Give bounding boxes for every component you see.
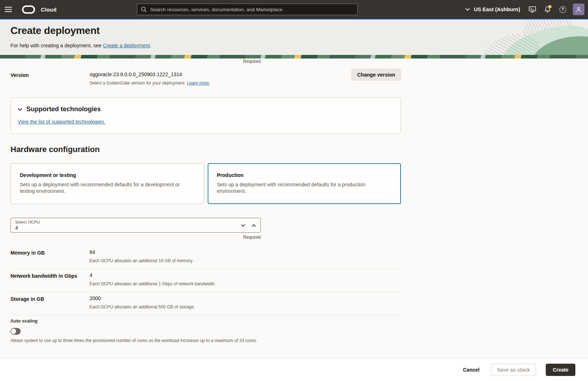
- version-row: Version oggoracle:23.9.0.0.0_250903.1222…: [10, 72, 401, 86]
- hardware-configuration-heading: Hardware configuration: [10, 145, 588, 154]
- version-label: Version: [10, 72, 90, 79]
- create-deployment-help-link[interactable]: Create a deployment: [103, 43, 150, 48]
- auto-scaling-section: Auto scaling Allows system to use up to …: [10, 319, 588, 343]
- top-navigation-bar: Cloud US East (Ashburn): [0, 0, 588, 20]
- ocpu-stepper[interactable]: Select OCPU 4: [10, 218, 261, 233]
- cloud-shell-icon[interactable]: [525, 2, 540, 17]
- page-help-text: For help with creating a deployment, see…: [10, 43, 151, 48]
- notification-badge: [548, 5, 552, 8]
- ocpu-required-hint: Required: [10, 235, 261, 240]
- decorative-banner: [0, 55, 588, 59]
- card-title: Development or testing: [20, 172, 195, 178]
- ocpu-increment-chevron-up-icon[interactable]: [251, 223, 257, 228]
- ocpu-field-label: Select OCPU: [15, 220, 256, 224]
- auto-scaling-label: Auto scaling: [10, 319, 588, 324]
- supported-technologies-title: Supported technologies: [26, 105, 101, 113]
- page-header: Create deployment For help with creating…: [0, 20, 588, 55]
- network-bandwidth-helper: Each OCPU allocates an additional 1 Gbps…: [90, 281, 401, 286]
- supported-technologies-toggle[interactable]: Supported technologies: [18, 105, 394, 113]
- hamburger-menu-icon[interactable]: [5, 7, 12, 12]
- notifications-bell-icon[interactable]: [540, 2, 555, 17]
- memory-value: 64: [90, 249, 401, 255]
- help-icon[interactable]: ?: [555, 2, 570, 17]
- person-icon: [575, 6, 582, 13]
- page-title: Create deployment: [10, 25, 100, 36]
- change-version-button[interactable]: Change version: [351, 69, 401, 81]
- memory-label: Memory in GB: [10, 250, 90, 256]
- brand-label: Cloud: [41, 7, 57, 13]
- help-glyph: ?: [561, 7, 564, 12]
- storage-helper: Each OCPU allocates an additional 500 GB…: [90, 304, 401, 309]
- card-development-or-testing[interactable]: Development or testing Sets up a deploym…: [10, 163, 204, 204]
- card-description: Sets up a deployment with recommended de…: [20, 181, 190, 194]
- required-hint: Required: [10, 59, 261, 64]
- action-footer: Cancel Save as stack Create: [0, 358, 588, 381]
- ocpu-decrement-chevron-down-icon[interactable]: [240, 223, 246, 228]
- chevron-down-icon: [465, 8, 470, 11]
- storage-value: 2000: [90, 295, 401, 301]
- auto-scaling-helper: Allows system to use up to three times t…: [10, 338, 588, 343]
- save-as-stack-button[interactable]: Save as stack: [491, 364, 536, 376]
- storage-label: Storage in GB: [10, 296, 90, 303]
- environment-cards: Development or testing Sets up a deploym…: [10, 163, 401, 204]
- supported-technologies-panel: Supported technologies View the list of …: [10, 98, 401, 134]
- supported-technologies-link[interactable]: View the list of supported technologies.: [18, 119, 105, 125]
- card-production[interactable]: Production Sets up a deployment with rec…: [208, 163, 401, 204]
- ocpu-field-value: 4: [15, 225, 256, 231]
- memory-row: Memory in GB 64 Each OCPU allocates an a…: [10, 246, 401, 269]
- region-selector[interactable]: US East (Ashburn): [465, 7, 520, 12]
- spec-rows: Memory in GB 64 Each OCPU allocates an a…: [10, 246, 401, 315]
- network-bandwidth-value: 4: [90, 272, 401, 278]
- cancel-button[interactable]: Cancel: [462, 364, 481, 376]
- global-search[interactable]: [137, 4, 358, 15]
- create-button[interactable]: Create: [546, 364, 575, 376]
- region-label: US East (Ashburn): [474, 7, 520, 12]
- oracle-logo-icon: [22, 5, 35, 14]
- form-content: Required Version oggoracle:23.9.0.0.0_25…: [0, 59, 588, 358]
- user-avatar[interactable]: [573, 4, 584, 15]
- search-input[interactable]: [150, 7, 354, 12]
- version-helper: Select a GoldenGate version for your dep…: [90, 81, 401, 86]
- learn-more-link[interactable]: Learn more: [187, 81, 209, 86]
- header-decoration: [480, 20, 588, 55]
- auto-scaling-toggle[interactable]: [10, 328, 21, 335]
- storage-row: Storage in GB 2000 Each OCPU allocates a…: [10, 292, 401, 315]
- card-description: Sets up a deployment with recommended de…: [217, 181, 387, 194]
- toggle-knob: [11, 328, 16, 334]
- search-icon: [141, 7, 147, 13]
- card-title: Production: [217, 172, 392, 178]
- network-bandwidth-row: Network bandwidth in Gbps 4 Each OCPU al…: [10, 269, 401, 292]
- chevron-down-icon: [18, 108, 22, 111]
- oracle-cloud-console: Cloud US East (Ashburn): [0, 0, 588, 381]
- memory-helper: Each OCPU allocates an additional 16 GB …: [90, 258, 401, 263]
- network-bandwidth-label: Network bandwidth in Gbps: [10, 273, 90, 280]
